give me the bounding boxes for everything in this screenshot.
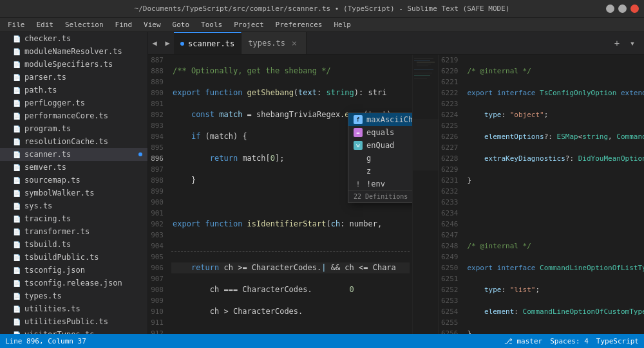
sidebar-item-path[interactable]: 📄 path.ts [0,84,147,96]
menu-file[interactable]: File [3,19,30,30]
autocomplete-footer: 22 Definitions [348,190,412,202]
file-icon: 📄 [13,87,22,94]
title-bar: ~/Documents/TypeScript/src/compiler/scan… [0,0,644,18]
autocomplete-item-env[interactable]: ! !env #!/usr/bin/env [348,178,412,190]
editor-content: 887 888 889 890 891 892 893 894 895 896 … [148,55,644,334]
file-icon: 📄 [13,125,22,133]
sidebar-item-utilities[interactable]: 📄 utilities.ts [0,302,147,315]
file-icon: 📄 [13,306,22,313]
menu-tools[interactable]: Tools [196,19,227,30]
sidebar-item-performancecore[interactable]: 📄 performanceCore.ts [0,109,147,122]
autocomplete-icon-shebang: ! [354,179,363,188]
sidebar-item-tracing[interactable]: 📄 tracing.ts [0,212,147,225]
sidebar-item-symbolwalker[interactable]: 📄 symbolWalker.ts [0,187,147,199]
sidebar-item-modulespecifiers[interactable]: 📄 moduleSpecifiers.ts [0,58,147,71]
status-left: Line 896, Column 37 [5,337,86,345]
sidebar-item-types[interactable]: 📄 types.ts [0,289,147,302]
file-icon: 📄 [13,100,22,107]
menu-goto[interactable]: Goto [167,19,195,30]
menu-help[interactable]: Help [328,19,356,30]
sidebar-item-resolutioncache[interactable]: 📄 resolutionCache.ts [0,135,147,148]
sidebar-item-tsconfig-release[interactable]: 📄 tsconfig.release.json [0,277,147,289]
sidebar-item-tsconfig[interactable]: 📄 tsconfig.json [0,264,147,277]
sidebar-item-tsbuildpublic[interactable]: 📄 tsbuildPublic.ts [0,251,147,264]
maximize-button[interactable] [618,5,627,13]
code-area-right[interactable]: 6219 6220 6221 6222 6223 6224 6225 6226 … [439,55,644,334]
autocomplete-item-maxasciicharacter[interactable]: f maxAsciiCharacter [348,113,412,126]
svg-rect-2 [414,60,430,60]
tab-list-button[interactable]: ▾ [626,37,639,50]
file-icon: 📄 [13,215,22,223]
status-right: ⎇ master Spaces: 4 TypeScript [504,337,639,345]
right-editor-pane: 6219 6220 6221 6222 6223 6224 6225 6226 … [438,55,644,334]
menu-preferences[interactable]: Preferences [270,19,328,30]
sidebar-item-tsbuild[interactable]: 📄 tsbuild.ts [0,238,147,251]
file-icon: 📄 [13,280,22,287]
main-layout: 📄 checker.ts 📄 moduleNameResolver.ts 📄 m… [0,32,644,334]
tab-nav-right[interactable]: ▶ [161,32,174,55]
editor-area: ◀ ▶ scanner.ts types.ts × + ▾ 887 [148,32,644,334]
sidebar-item-program[interactable]: 📄 program.ts [0,122,147,135]
file-icon: 📄 [13,151,22,158]
autocomplete-icon-eq: = [354,128,363,137]
file-icon: 📄 [13,35,22,42]
autocomplete-icon-kw: w [354,141,363,150]
file-icon: 📄 [13,138,22,145]
file-icon: 📄 [13,190,22,197]
sidebar-item-perflogger[interactable]: 📄 perfLogger.ts [0,96,147,109]
file-icon: 📄 [13,318,22,325]
new-tab-button[interactable]: + [611,37,623,50]
line-numbers-left: 887 888 889 890 891 892 893 894 895 896 … [148,55,169,334]
status-cursor-position[interactable]: Line 896, Column 37 [5,337,86,345]
sidebar-item-visitortypes[interactable]: 📄 visitorTypes.ts [0,328,147,334]
close-button[interactable] [630,5,639,13]
sidebar-item-checker[interactable]: 📄 checker.ts [0,32,147,45]
autocomplete-item-g[interactable]: g [348,152,412,165]
status-spaces[interactable]: Spaces: 4 [550,337,589,345]
sidebar-item-sys[interactable]: 📄 sys.ts [0,199,147,212]
window-controls [606,5,639,13]
sidebar-item-scanner[interactable]: 📄 scanner.ts [0,148,147,161]
menu-bar: File Edit Selection Find View Goto Tools… [0,18,644,32]
file-icon: 📄 [13,113,22,120]
sidebar-item-sourcemap[interactable]: 📄 sourcemap.ts [0,174,147,187]
tab-close-button[interactable]: × [289,38,299,48]
menu-selection[interactable]: Selection [60,19,109,30]
tab-types[interactable]: types.ts × [242,32,307,55]
status-language[interactable]: TypeScript [596,337,639,345]
file-icon: 📄 [13,241,22,248]
autocomplete-item-enquad[interactable]: w enQuad [348,139,412,152]
svg-rect-0 [413,55,439,334]
autocomplete-item-equals[interactable]: = equals [348,126,412,139]
svg-rect-5 [417,66,428,66]
window-title: ~/Documents/TypeScript/src/compiler/scan… [135,5,510,13]
menu-find[interactable]: Find [110,19,138,30]
file-icon: 📄 [13,177,22,184]
tab-bar: ◀ ▶ scanner.ts types.ts × + ▾ [148,32,644,55]
sidebar-item-modulenameresolver[interactable]: 📄 moduleNameResolver.ts [0,45,147,58]
svg-rect-4 [417,64,431,64]
sidebar-item-utilitiespublic[interactable]: 📄 utilitiesPublic.ts [0,315,147,328]
file-icon: 📄 [13,48,22,55]
sidebar-item-semver[interactable]: 📄 semver.ts [0,161,147,174]
tab-scanner[interactable]: scanner.ts [174,32,242,55]
autocomplete-item-z[interactable]: z [348,165,412,178]
sidebar-item-transformer[interactable]: 📄 transformer.ts [0,225,147,238]
menu-project[interactable]: Project [229,19,269,30]
file-icon: 📄 [13,61,22,68]
sidebar-item-parser[interactable]: 📄 parser.ts [0,71,147,84]
svg-rect-9 [414,78,427,78]
svg-rect-3 [417,62,435,62]
tab-nav-left[interactable]: ◀ [148,32,161,55]
status-branch[interactable]: ⎇ master [504,337,542,345]
modified-indicator [138,152,142,156]
menu-edit[interactable]: Edit [32,19,59,30]
file-icon: 📄 [13,228,22,235]
file-icon: 📄 [13,254,22,261]
file-icon: 📄 [13,74,22,81]
menu-view[interactable]: View [138,19,166,30]
status-bar: Line 896, Column 37 ⎇ master Spaces: 4 T… [0,334,644,348]
line-numbers-right: 6219 6220 6221 6222 6223 6224 6225 6226 … [439,55,464,334]
file-sidebar: 📄 checker.ts 📄 moduleNameResolver.ts 📄 m… [0,32,148,334]
minimize-button[interactable] [606,5,614,13]
